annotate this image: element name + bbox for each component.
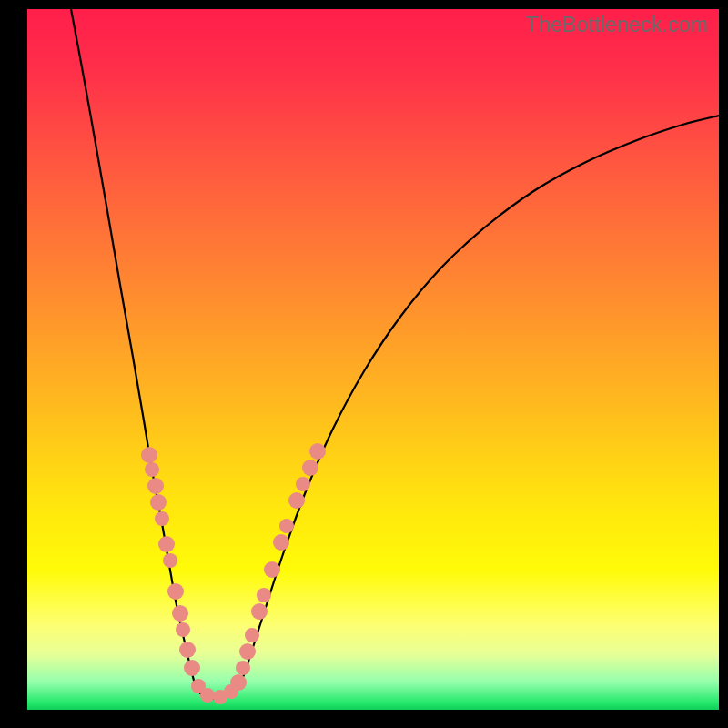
bead-marker — [155, 511, 169, 526]
bead-marker — [302, 460, 318, 476]
bead-marker — [141, 447, 157, 463]
bead-marker — [309, 443, 326, 460]
bead-marker — [236, 661, 250, 675]
bead-marker — [245, 628, 259, 642]
bead-marker — [158, 536, 175, 552]
bead-marker — [264, 561, 280, 578]
bead-cluster — [141, 443, 326, 704]
bead-marker — [279, 519, 294, 533]
bead-marker — [150, 494, 167, 511]
bead-marker — [200, 688, 215, 703]
bead-marker — [184, 660, 200, 676]
bead-marker — [167, 583, 184, 600]
bead-marker — [288, 492, 305, 509]
bead-marker — [176, 622, 190, 637]
bead-marker — [145, 462, 159, 477]
bead-marker — [172, 605, 188, 622]
plot-area: TheBottleneck.com — [27, 9, 719, 710]
bead-marker — [163, 553, 177, 568]
bead-marker — [257, 588, 271, 602]
bead-marker — [179, 642, 196, 658]
bead-marker — [296, 477, 310, 491]
bottleneck-curve — [27, 9, 719, 710]
bead-marker — [251, 603, 268, 620]
curve-right — [239, 116, 719, 687]
bead-marker — [147, 478, 164, 494]
bead-marker — [230, 674, 247, 691]
bead-marker — [273, 534, 289, 551]
bead-marker — [239, 643, 256, 660]
